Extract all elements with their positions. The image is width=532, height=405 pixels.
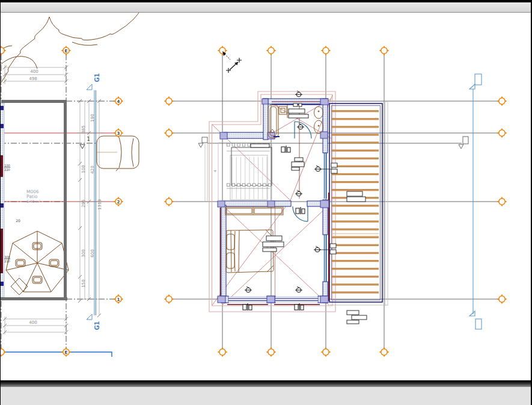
chair [32,276,42,283]
car[interactable] [97,134,139,171]
grid-bubble-label: 2 [117,200,120,205]
dim-label-total[interactable]: 1319 [97,199,102,210]
bathroom-fixtures[interactable] [268,104,323,138]
grid-bubble[interactable] [497,128,506,137]
dim-label[interactable]: 498 [29,76,37,81]
dim-label[interactable]: 385 [81,125,86,133]
dim-label[interactable]: 300 [81,249,86,257]
grid-bubble[interactable] [164,197,173,206]
sink-counter [289,104,308,118]
washer [279,105,287,118]
dim-label[interactable]: 600 [90,249,95,257]
level-mark[interactable]: 1 [87,137,90,142]
grid-bubble[interactable] [497,294,506,303]
grid-bubble[interactable]: 4 [114,96,123,105]
room-name[interactable]: Patio [26,194,37,199]
dim-label[interactable]: 100 [81,165,86,173]
dim-label[interactable]: 190 [90,114,95,122]
window-tag[interactable]: 300 210 [4,255,10,263]
dim-label[interactable]: 420 [90,165,95,173]
window-left-edge [0,0,1,405]
grid-bubble[interactable]: E [61,46,70,55]
walls[interactable] [218,99,329,305]
bidet [314,120,323,134]
dim-label[interactable]: 150 [81,279,86,287]
grid-bubble[interactable] [379,347,388,356]
dim-label[interactable]: 295 [81,199,86,207]
status-bar [0,387,532,405]
grid-bubble-label: 3 [117,131,120,136]
switch-symbol[interactable] [314,246,321,252]
section-label-g1[interactable]: G1 [94,73,100,82]
grid-bubble[interactable]: E [61,347,70,356]
deck[interactable] [329,101,388,306]
opening-tag[interactable] [296,207,305,214]
chair [16,259,25,267]
grid-bubble[interactable]: 1 [114,294,123,303]
window-tag[interactable]: 100 220 [4,164,10,172]
grid-bubble[interactable] [497,96,506,105]
dim-label[interactable]: 400 [29,320,37,325]
opening-tag[interactable] [281,146,290,153]
grid-bubble-label: E [65,49,68,54]
wardrobe[interactable] [225,207,283,215]
radiator [347,191,365,202]
cad-window: 4321EE 400 498 400 385 100 295 300 150 1… [0,0,532,405]
grid-bubble-label: E [65,350,68,355]
grid-bubble[interactable] [0,347,6,356]
stair-mark[interactable]: 4 [213,170,217,172]
grid-bubble[interactable] [218,347,227,356]
desk [263,236,284,252]
wall-tag[interactable]: 20 [16,218,20,223]
switch-symbol[interactable] [245,286,252,292]
grid-bubble[interactable] [321,46,330,55]
toolbar[interactable] [0,2,532,13]
grid-bubble[interactable] [164,96,173,105]
cursor [222,51,242,73]
switch-symbol[interactable] [295,286,302,292]
grid-bubble[interactable] [164,294,173,303]
grid-bubble[interactable] [497,197,506,206]
radiator [292,158,304,170]
section-line-bottom[interactable] [1,352,112,357]
tree[interactable] [0,1,148,84]
grid-bubble-label: 1 [117,297,120,302]
section-label-g1[interactable]: G1 [94,321,100,330]
grid-bubble[interactable]: 2 [114,197,123,206]
patio-table[interactable] [6,231,69,295]
dim-label[interactable]: 400 [30,69,38,74]
switch-symbol[interactable] [295,190,302,196]
patio-dimension-lines[interactable] [3,65,103,335]
grid-bubble[interactable] [379,46,388,55]
grid-bubble[interactable] [266,46,275,55]
grid-bubble[interactable] [164,128,173,137]
canvas-bottom-shadow [0,380,532,387]
staircase[interactable] [205,143,272,202]
chair [49,259,59,267]
switch-symbol[interactable] [314,165,322,172]
drawing-canvas[interactable]: 4321EE [0,0,532,405]
radiator [347,311,367,324]
grid-bubble[interactable] [321,347,330,356]
toilet [314,107,323,119]
grid-bubble[interactable] [266,347,275,356]
grid-bubble-label: 4 [117,99,120,104]
room-area[interactable]: 6.40 m² [26,199,41,203]
